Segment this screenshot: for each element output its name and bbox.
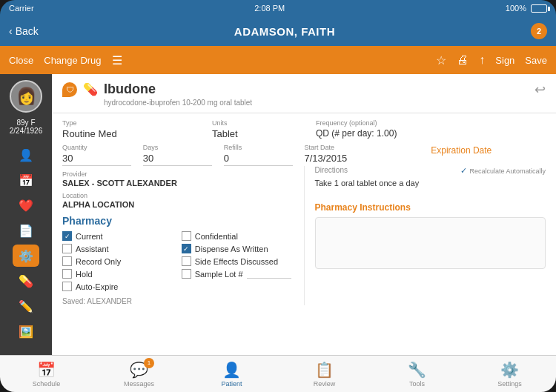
checkbox-hold[interactable]: Hold bbox=[62, 269, 174, 279]
tab-review[interactable]: 📋 Review bbox=[278, 361, 371, 388]
checkbox-auto-expire-box[interactable] bbox=[62, 282, 72, 291]
checkbox-side-effects[interactable]: Side Effects Discussed bbox=[182, 256, 294, 266]
checkbox-confidential-label: Confidential bbox=[195, 232, 238, 241]
units-field: Units Tablet bbox=[212, 119, 304, 139]
checkbox-hold-label: Hold bbox=[76, 270, 93, 279]
left-column: Provider SALEX - SCOTT ALEXANDER Locatio… bbox=[62, 166, 304, 305]
recalculate-label: ✓ Recalculate Automatically bbox=[460, 166, 546, 176]
right-column: Directions ✓ Recalculate Automatically T… bbox=[304, 166, 546, 305]
sign-button[interactable]: Sign bbox=[495, 55, 514, 66]
drug-name: Ibudone bbox=[104, 82, 252, 97]
checkbox-assistant-box[interactable] bbox=[62, 244, 72, 253]
refills-field: Refills 0 bbox=[224, 144, 293, 166]
checkbox-dispense[interactable]: ✓ Dispense As Written bbox=[182, 244, 294, 253]
sidebar-item-person[interactable]: 👤 bbox=[13, 144, 39, 166]
review-icon: 📋 bbox=[315, 361, 334, 379]
messages-icon: 💬 1 bbox=[130, 361, 148, 379]
back-label: Back bbox=[16, 25, 39, 37]
checkbox-side-effects-label: Side Effects Discussed bbox=[195, 257, 278, 266]
checkbox-current[interactable]: ✓ Current bbox=[62, 231, 174, 241]
back-button[interactable]: ‹ Back bbox=[9, 25, 39, 37]
patient-icon: 👤 bbox=[222, 361, 241, 379]
quantity-value[interactable]: 30 bbox=[62, 153, 131, 166]
expiration-value[interactable]: Expiration Date bbox=[431, 145, 546, 156]
sidebar-item-notes[interactable]: 📄 bbox=[13, 219, 39, 242]
units-value[interactable]: Tablet bbox=[212, 128, 304, 139]
content-area: 🛡 💊 Ibudone hydrocodone-ibuprofen 10-200… bbox=[52, 74, 556, 355]
drug-header: 🛡 💊 Ibudone hydrocodone-ibuprofen 10-200… bbox=[52, 74, 556, 113]
checkbox-record-box[interactable] bbox=[62, 256, 72, 266]
checkbox-assistant[interactable]: Assistant bbox=[62, 244, 174, 253]
carrier-label: Carrier bbox=[9, 4, 34, 13]
tab-tools[interactable]: 🔧 Tools bbox=[371, 361, 463, 388]
tab-messages[interactable]: 💬 1 Messages bbox=[93, 361, 185, 388]
location-value: ALPHA LOCATION bbox=[62, 200, 294, 209]
settings-icon: ⚙️ bbox=[500, 361, 519, 379]
checkbox-current-box[interactable]: ✓ bbox=[62, 231, 72, 241]
sidebar-item-vitals[interactable]: ❤️ bbox=[13, 194, 39, 216]
sample-lot-input[interactable] bbox=[247, 269, 291, 279]
checkbox-record[interactable]: Record Only bbox=[62, 256, 174, 266]
change-drug-button[interactable]: Change Drug bbox=[44, 55, 101, 66]
provider-label-text: Provider bbox=[62, 170, 294, 178]
tab-tools-label: Tools bbox=[409, 380, 425, 388]
pharmacy-instructions-box[interactable] bbox=[315, 217, 546, 269]
checkbox-auto-expire[interactable]: Auto-Expire bbox=[62, 282, 174, 291]
sidebar-item-settings[interactable]: ⚙️ bbox=[13, 245, 39, 267]
patient-info: 89y F 2/24/1926 bbox=[10, 119, 43, 135]
toolbar: Close Change Drug ☰ ☆ 🖨 ↑ Sign Save bbox=[0, 46, 556, 74]
checkbox-dispense-box[interactable]: ✓ bbox=[182, 244, 191, 253]
units-label: Units bbox=[212, 119, 304, 127]
directions-header: Directions ✓ Recalculate Automatically bbox=[315, 166, 546, 176]
star-icon[interactable]: ☆ bbox=[436, 53, 446, 67]
tab-patient[interactable]: 👤 Patient bbox=[185, 361, 278, 388]
checkbox-side-effects-box[interactable] bbox=[182, 256, 191, 266]
checkbox-sample-lot-box[interactable] bbox=[182, 269, 191, 279]
close-button[interactable]: Close bbox=[9, 55, 33, 66]
drug-action-icon[interactable]: ↩ bbox=[535, 82, 546, 98]
schedule-icon: 📅 bbox=[37, 361, 56, 379]
recalculate-text: Recalculate Automatically bbox=[469, 167, 546, 175]
sidebar-item-medications[interactable]: 💊 bbox=[13, 270, 39, 292]
directions-text: Take 1 oral tablet once a day bbox=[315, 179, 546, 187]
list-icon[interactable]: ☰ bbox=[112, 53, 122, 67]
days-label: Days bbox=[143, 144, 212, 151]
sidebar-item-edit[interactable]: ✏️ bbox=[13, 295, 39, 317]
tab-settings-label: Settings bbox=[497, 380, 522, 388]
tab-schedule[interactable]: 📅 Schedule bbox=[0, 361, 93, 388]
checkbox-dispense-label: Dispense As Written bbox=[195, 245, 268, 253]
tab-schedule-label: Schedule bbox=[33, 380, 61, 388]
expiration-field: Expiration Date bbox=[431, 144, 546, 166]
checkbox-confidential[interactable]: Confidential bbox=[182, 231, 294, 241]
type-label: Type bbox=[62, 119, 200, 127]
sidebar-item-images[interactable]: 🖼️ bbox=[13, 320, 39, 342]
share-icon[interactable]: ↑ bbox=[479, 53, 485, 67]
nav-bar: ‹ Back ADAMSON, FAITH 2 bbox=[0, 16, 556, 46]
tab-settings[interactable]: ⚙️ Settings bbox=[463, 361, 556, 388]
quantity-label: Quantity bbox=[62, 144, 131, 151]
main-content: 👩 89y F 2/24/1926 👤 📅 ❤️ 📄 ⚙️ 💊 ✏️ 🖼️ 🛡 … bbox=[0, 74, 556, 355]
provider-value: SALEX - SCOTT ALEXANDER bbox=[62, 179, 294, 187]
start-date-value[interactable]: 7/13/2015 bbox=[305, 153, 420, 164]
type-value[interactable]: Routine Med bbox=[62, 128, 200, 139]
frequency-label: Frequency (optional) bbox=[316, 119, 546, 127]
checkbox-record-label: Record Only bbox=[76, 257, 121, 266]
save-button[interactable]: Save bbox=[525, 55, 547, 66]
back-chevron-icon: ‹ bbox=[9, 25, 13, 37]
checkbox-sample-lot[interactable]: Sample Lot # bbox=[182, 269, 294, 279]
refills-value[interactable]: 0 bbox=[224, 153, 293, 166]
tab-messages-label: Messages bbox=[124, 380, 154, 388]
sidebar-item-calendar[interactable]: 📅 bbox=[13, 169, 39, 191]
nav-title: ADAMSON, FAITH bbox=[39, 25, 531, 38]
refills-label: Refills bbox=[224, 144, 293, 151]
tools-icon: 🔧 bbox=[408, 361, 426, 379]
checkbox-hold-box[interactable] bbox=[62, 269, 72, 279]
print-icon[interactable]: 🖨 bbox=[457, 53, 469, 67]
quantity-field: Quantity 30 bbox=[62, 144, 131, 166]
tab-patient-label: Patient bbox=[221, 380, 242, 388]
days-field: Days 30 bbox=[143, 144, 212, 166]
days-value[interactable]: 30 bbox=[143, 153, 212, 166]
frequency-value[interactable]: QD (# per day: 1.00) bbox=[316, 128, 546, 139]
pharmacy-instructions-header: Pharmacy Instructions bbox=[315, 202, 546, 213]
checkbox-confidential-box[interactable] bbox=[182, 231, 191, 241]
